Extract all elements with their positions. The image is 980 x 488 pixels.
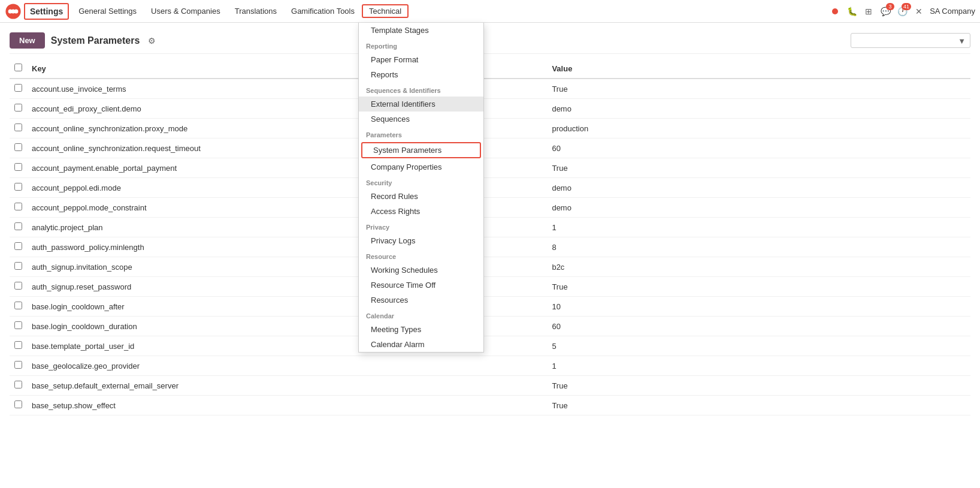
value-cell: True (547, 376, 970, 396)
value-column-header: Value (547, 59, 970, 79)
menu-item-privacy-logs[interactable]: Privacy Logs (359, 233, 483, 248)
menu-section-label: Reporting (359, 38, 483, 52)
technical-dropdown-menu: Template Stages ReportingPaper FormatRep… (358, 23, 484, 353)
row-checkbox[interactable] (14, 123, 22, 131)
row-checkbox[interactable] (14, 242, 22, 250)
row-checkbox[interactable] (14, 341, 22, 349)
nav-technical[interactable]: Technical (362, 4, 409, 18)
menu-item-sequences[interactable]: Sequences (359, 112, 483, 126)
table-row[interactable]: auth_password_policy.minlength 8 (10, 237, 970, 257)
nav-gamification-tools[interactable]: Gamification Tools (284, 4, 362, 18)
value-cell: True (547, 79, 970, 99)
table-row[interactable]: base_geolocalize.geo_provider 1 (10, 356, 970, 376)
value-cell: 10 (547, 297, 970, 317)
value-cell: demo (547, 99, 970, 119)
value-cell: 8 (547, 237, 970, 257)
settings-brand[interactable]: Settings (24, 3, 69, 20)
menu-item-company-properties[interactable]: Company Properties (359, 159, 483, 174)
svg-point-4 (832, 8, 838, 14)
bug-icon[interactable]: 🐛 (846, 5, 858, 17)
row-checkbox[interactable] (14, 381, 22, 388)
key-cell: base_geolocalize.geo_provider (27, 356, 547, 376)
table-row[interactable]: account_online_synchronization.proxy_mod… (10, 119, 970, 138)
menu-item-reports[interactable]: Reports (359, 67, 483, 82)
row-checkbox[interactable] (14, 361, 22, 369)
menu-item-system-parameters[interactable]: System Parameters (361, 142, 481, 158)
table-row[interactable]: auth_signup.reset_password True (10, 277, 970, 297)
select-all-checkbox[interactable] (14, 64, 22, 71)
table-row[interactable]: analytic.project_plan 1 (10, 218, 970, 237)
table-row[interactable]: auth_signup.invitation_scope b2c (10, 257, 970, 277)
row-checkbox[interactable] (14, 183, 22, 191)
menu-item-paper-format[interactable]: Paper Format (359, 52, 483, 67)
nav-right: 🐛 ⊞ 💬 3 🕐 41 ✕ SA Company (829, 5, 975, 17)
menu-item-external-identifiers[interactable]: External Identifiers (359, 97, 483, 112)
menu-section-label: Security (359, 174, 483, 189)
page-title: System Parameters (51, 35, 140, 46)
value-cell: 60 (547, 317, 970, 336)
menu-item-template-stages[interactable]: Template Stages (359, 23, 483, 38)
table-row[interactable]: base.template_portal_user_id 5 (10, 336, 970, 356)
table-row[interactable]: account_peppol.edi.mode demo (10, 178, 970, 198)
group-by-select[interactable] (851, 33, 970, 48)
row-checkbox[interactable] (14, 222, 22, 230)
menu-item-record-rules[interactable]: Record Rules (359, 189, 483, 204)
activity-icon[interactable]: 🕐 41 (896, 5, 908, 17)
table-row[interactable]: base_setup.default_external_email_server… (10, 376, 970, 396)
company-name[interactable]: SA Company (930, 7, 975, 16)
row-checkbox[interactable] (14, 163, 22, 171)
grid-icon[interactable]: ⊞ (863, 5, 875, 17)
value-cell: b2c (547, 257, 970, 277)
value-cell: True (547, 277, 970, 297)
key-cell: base_setup.default_external_email_server (27, 376, 547, 396)
menu-section-label: Calendar (359, 308, 483, 322)
row-checkbox[interactable] (14, 143, 22, 151)
row-checkbox[interactable] (14, 321, 22, 329)
dropdown-scroll-area[interactable]: Template Stages ReportingPaper FormatRep… (359, 23, 483, 352)
nav-translations[interactable]: Translations (228, 4, 284, 18)
key-cell: base_setup.show_effect (27, 396, 547, 415)
table-row[interactable]: account.use_invoice_terms True (10, 79, 970, 99)
menu-item-working-schedules[interactable]: Working Schedules (359, 263, 483, 278)
table-row[interactable]: base_setup.show_effect True (10, 396, 970, 415)
menu-section-label: Sequences & Identifiers (359, 82, 483, 97)
chat-icon[interactable]: 💬 3 (879, 5, 891, 17)
value-cell: True (547, 158, 970, 178)
nav-general-settings[interactable]: General Settings (71, 4, 144, 18)
table-row[interactable]: base.login_cooldown_duration 60 (10, 317, 970, 336)
menu-section-label: Resource (359, 248, 483, 263)
row-checkbox[interactable] (14, 400, 22, 408)
menu-item-resource-time-off[interactable]: Resource Time Off (359, 278, 483, 293)
table-row[interactable]: account_peppol.mode_constraint demo (10, 198, 970, 218)
menu-item-calendar-alarm[interactable]: Calendar Alarm (359, 337, 483, 352)
table-row[interactable]: account_edi_proxy_client.demo demo (10, 99, 970, 119)
value-cell: 60 (547, 138, 970, 158)
menu-section-label: Privacy (359, 219, 483, 233)
menu-item-access-rights[interactable]: Access Rights (359, 204, 483, 219)
menu-item-meeting-types[interactable]: Meeting Types (359, 322, 483, 337)
gear-icon[interactable]: ⚙ (148, 36, 156, 46)
content-area: New System Parameters ⚙ ▼ Key Value (0, 23, 980, 420)
toolbar-right: ▼ (851, 33, 970, 48)
table-row[interactable]: account_online_synchronization.request_t… (10, 138, 970, 158)
system-parameters-table: Key Value account.use_invoice_terms True… (10, 59, 970, 415)
table-row[interactable]: account_payment.enable_portal_payment Tr… (10, 158, 970, 178)
red-dot-icon (829, 5, 841, 17)
value-cell: 1 (547, 218, 970, 237)
row-checkbox[interactable] (14, 84, 22, 92)
row-checkbox[interactable] (14, 302, 22, 309)
top-navigation: Settings General Settings Users & Compan… (0, 0, 980, 23)
value-cell: True (547, 396, 970, 415)
value-cell: demo (547, 178, 970, 198)
menu-item-resources[interactable]: Resources (359, 293, 483, 308)
table-row[interactable]: base.login_cooldown_after 10 (10, 297, 970, 317)
row-checkbox[interactable] (14, 282, 22, 290)
value-cell: demo (547, 198, 970, 218)
nav-items: General Settings Users & Companies Trans… (71, 4, 829, 18)
row-checkbox[interactable] (14, 262, 22, 270)
new-button[interactable]: New (10, 32, 45, 49)
nav-users-companies[interactable]: Users & Companies (144, 4, 228, 18)
row-checkbox[interactable] (14, 104, 22, 112)
close-icon[interactable]: ✕ (913, 5, 925, 17)
row-checkbox[interactable] (14, 203, 22, 210)
